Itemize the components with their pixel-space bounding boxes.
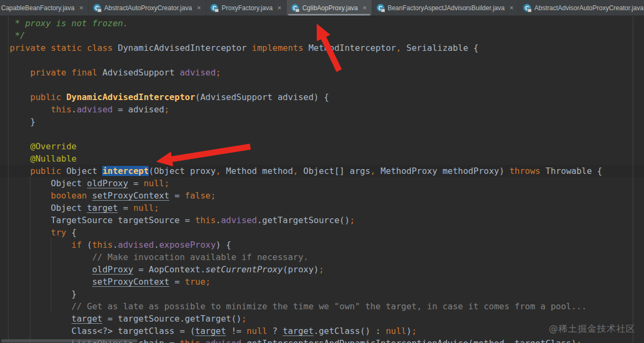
code-line: public DynamicAdvisedInterceptor(Advised… xyxy=(0,91,644,103)
code-token: null xyxy=(143,178,164,188)
code-token: = advised xyxy=(113,104,164,115)
highlighted-token: intercept xyxy=(102,166,149,176)
java-class-icon: C xyxy=(93,4,101,12)
editor-tab-bar: CapableBeanFactory.java×CAbstractAutoPro… xyxy=(0,0,644,16)
code-token: Method method xyxy=(221,166,293,176)
tab-BeanFactoryAspectJAdvisorsBuilder-java[interactable]: CBeanFactoryAspectJAdvisorsBuilder.java× xyxy=(372,0,519,16)
code-token: null xyxy=(247,326,267,336)
code-token: ; xyxy=(350,215,355,225)
code-token: (proxy) xyxy=(283,264,319,275)
code-token: = AopContext. xyxy=(133,264,205,275)
code-line: @Override xyxy=(0,140,644,153)
code-token: DynamicAdvisedInterceptor xyxy=(113,43,252,53)
code-token: ; xyxy=(205,277,211,287)
code-token: Object xyxy=(10,178,87,188)
code-token: = xyxy=(128,178,144,188)
code-token: boolean xyxy=(10,190,87,201)
java-class-icon: C xyxy=(210,4,218,12)
code-line xyxy=(0,79,644,91)
code-token: ; xyxy=(411,326,417,336)
tab-CapableBeanFactory-java[interactable]: CapableBeanFactory.java× xyxy=(0,0,89,16)
code-token: Class<?> targetClass = ( xyxy=(10,326,195,336)
code-token: ) xyxy=(407,326,412,336)
code-token: ; xyxy=(216,67,221,78)
code-token: ) { xyxy=(216,240,231,250)
code-token: advised xyxy=(118,240,154,250)
code-token: ; xyxy=(164,104,170,115)
code-token: ; xyxy=(319,264,324,275)
code-line: target = targetSource.getTarget(); xyxy=(0,312,644,325)
code-line: @Nullable xyxy=(0,153,644,165)
code-line: private static class DynamicAdvisedInter… xyxy=(0,42,644,54)
tab-ProxyFactory-java[interactable]: CProxyFactory.java× xyxy=(206,0,287,16)
code-token: . xyxy=(113,240,118,250)
code-token: (Object proxy xyxy=(149,166,216,176)
code-token: ? xyxy=(267,326,283,336)
code-line: this.advised = advised; xyxy=(0,103,644,116)
close-icon[interactable]: × xyxy=(509,4,514,11)
code-token: DynamicAdvisedInterceptor xyxy=(61,92,195,102)
tab-label: CapableBeanFactory.java xyxy=(1,4,74,12)
gutter-separator xyxy=(8,16,9,343)
code-line: Class<?> targetClass = (target != null ?… xyxy=(0,325,644,337)
tab-label: BeanFactoryAspectJAdvisorsBuilder.java xyxy=(388,4,505,12)
code-token: if xyxy=(10,240,82,250)
code-line: TargetSource targetSource = this.advised… xyxy=(0,214,644,226)
code-token: target xyxy=(87,203,118,213)
code-token: advised xyxy=(221,215,257,225)
close-icon[interactable]: × xyxy=(79,4,84,11)
code-token: .getTargetSource() xyxy=(257,215,349,225)
code-token: ; xyxy=(577,338,582,343)
code-token: throws xyxy=(504,166,540,176)
code-token: ( xyxy=(82,240,92,250)
code-token: ; xyxy=(164,178,170,188)
code-token: @Override xyxy=(10,141,76,151)
code-token: AdvisedSupport xyxy=(97,67,180,78)
code-line: // Get as late as possible to minimize t… xyxy=(0,300,644,312)
tab-AbstractAdvisorAutoProxyCreator-java[interactable]: CAbstractAdvisorAutoProxyCreator.java× xyxy=(519,0,644,16)
close-icon[interactable]: × xyxy=(362,4,367,11)
code-token: . xyxy=(200,338,205,343)
code-token: this xyxy=(92,240,113,250)
tab-AbstractAutoProxyCreator-java[interactable]: CAbstractAutoProxyCreator.java× xyxy=(89,0,206,16)
close-icon[interactable]: × xyxy=(277,4,282,11)
code-line: // Make invocation available if necessar… xyxy=(0,251,644,263)
code-token: TargetSource targetSource = xyxy=(10,215,195,225)
code-token: ; xyxy=(241,314,247,324)
code-token: oldProxy xyxy=(92,264,133,275)
code-editor[interactable]: * proxy is not frozen. */private static … xyxy=(0,16,644,343)
code-token: this xyxy=(10,104,72,115)
code-token: target xyxy=(283,326,314,336)
code-token: ; xyxy=(211,190,216,201)
code-token: target xyxy=(195,326,226,336)
code-token: ; xyxy=(154,203,159,213)
code-token: } xyxy=(10,117,35,127)
code-token: exposeProxy xyxy=(159,240,216,250)
code-line: private final AdvisedSupport advised; xyxy=(0,66,644,79)
code-token: target xyxy=(72,314,103,324)
code-token: Object[] args xyxy=(298,166,370,176)
code-token: implements xyxy=(252,43,303,53)
code-token: != xyxy=(226,326,247,336)
horizontal-scrollbar-thumb[interactable] xyxy=(1,339,137,342)
tab-label: ProxyFactory.java xyxy=(221,4,272,12)
code-token: Object xyxy=(10,203,87,213)
code-token: MethodInterceptor xyxy=(303,43,396,53)
code-token xyxy=(10,314,72,324)
java-class-icon: C xyxy=(377,4,385,12)
code-line: public Object intercept(Object proxy, Me… xyxy=(0,165,644,177)
java-class-icon: C xyxy=(291,4,299,12)
tab-CglibAopProxy-java[interactable]: CCglibAopProxy.java× xyxy=(287,0,372,16)
close-icon[interactable]: × xyxy=(196,4,202,11)
indent-guide xyxy=(51,238,51,313)
watermark: @稀土掘金技术社区 xyxy=(549,323,635,335)
code-token: true xyxy=(185,277,206,287)
code-line: if (this.advised.exposeProxy) { xyxy=(0,239,644,251)
code-line: Object oldProxy = null; xyxy=(0,177,644,189)
code-token: private final xyxy=(10,67,97,78)
indent-guide xyxy=(30,177,30,343)
code-token: setCurrentProxy xyxy=(205,264,283,275)
code-line: */ xyxy=(0,29,644,42)
code-token: null xyxy=(133,203,154,213)
code-token: { xyxy=(66,227,76,238)
